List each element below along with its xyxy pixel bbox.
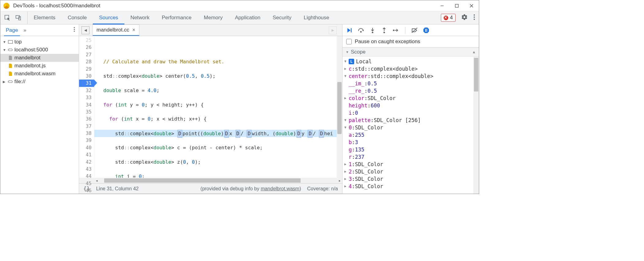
horizontal-scrollbar[interactable]: ◂ ▸ [79,178,342,183]
pause-caught-row[interactable]: Pause on caught exceptions [343,36,479,47]
more-menu-icon[interactable] [473,14,475,22]
tree-top[interactable]: ▼top [0,38,79,46]
maximize-button[interactable] [449,0,464,11]
close-tab-icon[interactable]: × [132,27,135,33]
var-palette-0[interactable]: ▼0: SDL_Color [343,124,473,131]
scope-header[interactable]: ▼Scope ▲ [343,47,479,57]
tab-network[interactable]: Network [124,11,156,24]
step-button[interactable] [392,27,400,34]
error-badge[interactable]: 4 [441,14,456,22]
breakpoint-marker[interactable]: 31 [79,80,94,87]
wasm-link[interactable]: mandelbrot.wasm [261,186,299,191]
minimize-button[interactable] [435,0,449,11]
tab-elements[interactable]: Elements [28,11,62,24]
svg-rect-5 [16,16,20,18]
gutter[interactable]: 25 2627282930 31 32333435363738394041424… [79,36,94,178]
svg-rect-14 [351,28,352,32]
step-into-button[interactable] [369,27,376,34]
var-height[interactable]: height: 600 [343,102,473,109]
titlebar: DevTools - localhost:5000/mandelbrot [0,0,479,11]
error-icon [444,16,448,20]
debugger-panel: Pause on caught exceptions ▼Scope ▲ ▼LLo… [343,24,479,194]
tab-application[interactable]: Application [229,11,267,24]
tree-file-mandelbrot-js[interactable]: mandelbrot.js [0,62,79,70]
svg-point-9 [474,19,475,20]
svg-point-12 [74,31,75,32]
pause-caught-label: Pause on caught exceptions [355,39,420,45]
var-palette-1[interactable]: ▶1: SDL_Color [343,161,473,168]
var-i[interactable]: i: 0 [343,109,473,117]
var-center-re[interactable]: __re_: 0.5 [343,87,473,95]
step-out-button[interactable] [381,27,388,34]
tab-security[interactable]: Security [267,11,297,24]
pause-exceptions-button[interactable] [422,27,430,34]
window-title: DevTools - localhost:5000/mandelbrot [13,3,100,9]
status-bar: {} Line 31, Column 42 (provided via debu… [79,183,342,194]
var-palette-2[interactable]: ▶2: SDL_Color [343,168,473,175]
close-button[interactable] [464,0,479,11]
cursor-position: Line 31, Column 42 [96,186,139,192]
svg-point-10 [74,27,75,28]
var-palette-0-r[interactable]: r: 237 [343,153,473,161]
inspect-icon[interactable] [4,14,11,21]
tab-performance[interactable]: Performance [156,11,198,24]
svg-point-7 [474,14,475,16]
more-tabs-icon[interactable]: » [24,28,26,33]
svg-point-11 [74,29,75,30]
scope-scrollbar[interactable] [473,57,479,194]
debug-info: (provided via debug info by mandelbrot.w… [200,186,301,192]
file-tree: ▼top ▼localhost:5000 mandelbrot mandelbr… [0,36,79,88]
editor-panel: ◂ mandelbrot.cc × ▸ 25 2627282930 31 323… [79,24,343,194]
nav-back-icon[interactable]: ◂ [81,26,89,34]
code-area[interactable]: 25 2627282930 31 32333435363738394041424… [79,36,342,178]
tree-file-mandelbrot-wasm[interactable]: mandelbrot.wasm [0,70,79,78]
code-text[interactable]: // Calculate and draw the Mandelbrot set… [94,36,337,178]
var-palette-0-a[interactable]: a: 255 [343,131,473,139]
svg-rect-1 [455,4,458,7]
var-palette[interactable]: ▼palette: SDL_Color [256] [343,117,473,124]
var-c[interactable]: ▶c: std::complex<double> [343,65,473,73]
tab-memory[interactable]: Memory [198,11,229,24]
device-icon[interactable] [15,14,22,21]
var-color[interactable]: ▶color: SDL_Color [343,95,473,102]
tree-file-scheme[interactable]: ▶file:// [0,78,79,86]
tab-lighthouse[interactable]: Lighthouse [297,11,335,24]
var-center[interactable]: ▼center: std::complex<double> [343,73,473,80]
tab-console[interactable]: Console [62,11,93,24]
page-panel-menu-icon[interactable] [74,27,75,34]
var-palette-0-b[interactable]: b: 3 [343,139,473,146]
vertical-scrollbar[interactable] [337,36,342,178]
step-over-button[interactable] [357,27,365,34]
coverage-label: Coverage: n/a [307,186,338,192]
resume-button[interactable] [346,27,353,34]
devtools-logo-icon [3,3,9,9]
file-tab[interactable]: mandelbrot.cc × [93,24,139,36]
svg-rect-20 [425,29,426,32]
var-center-im[interactable]: __im_: 0.5 [343,80,473,87]
svg-point-15 [360,31,362,32]
error-count: 4 [450,15,453,21]
tree-host[interactable]: ▼localhost:5000 [0,46,79,54]
var-palette-0-g[interactable]: g: 135 [343,146,473,153]
page-panel: Page » ▼top ▼localhost:5000 mandelbrot m… [0,24,79,194]
pause-caught-checkbox[interactable] [346,39,352,44]
debugger-toolbar [343,24,479,36]
scope-local[interactable]: ▼LLocal [343,58,473,65]
tab-sources[interactable]: Sources [93,11,124,24]
nav-fwd-icon[interactable]: ▸ [329,26,337,34]
tree-file-mandelbrot[interactable]: mandelbrot [0,54,79,62]
file-tab-name: mandelbrot.cc [97,27,129,33]
svg-point-17 [384,32,385,33]
var-palette-4[interactable]: ▶4: SDL_Color [343,183,473,190]
svg-point-8 [474,17,475,18]
deactivate-breakpoints-button[interactable] [411,27,418,34]
var-palette-3[interactable]: ▶3: SDL_Color [343,175,473,183]
svg-point-18 [393,29,395,31]
svg-rect-21 [426,29,427,32]
main-tabs-row: Elements Console Sources Network Perform… [0,11,479,24]
settings-gear-icon[interactable] [461,14,468,22]
scope-tree: ▼LLocal ▶c: std::complex<double> ▼center… [343,57,473,194]
devtools-window: DevTools - localhost:5000/mandelbrot Ele… [0,0,479,194]
svg-rect-13 [8,40,13,43]
page-tab[interactable]: Page [4,24,20,36]
